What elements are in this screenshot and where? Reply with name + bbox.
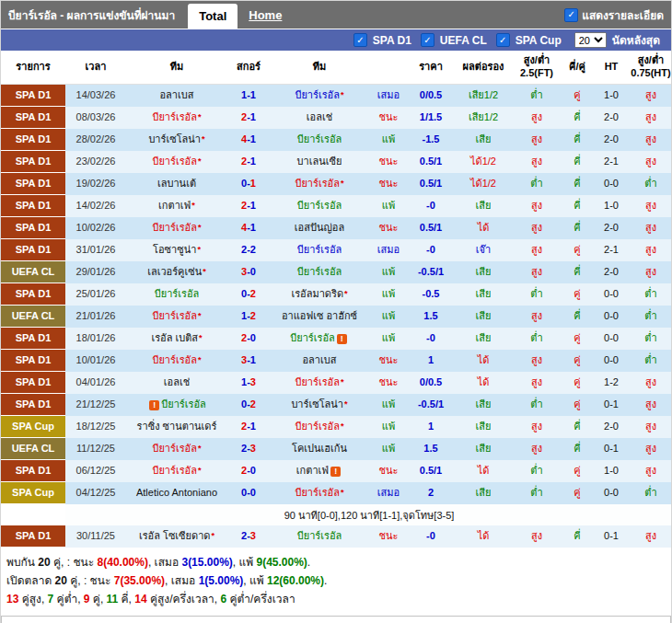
- ft-score: 1-2: [227, 306, 270, 328]
- match-result: แพ้: [369, 261, 408, 283]
- league-badge: SPA Cup: [1, 416, 65, 438]
- handicap-result: เสีย: [454, 394, 513, 416]
- table-row: UEFA CL29/01/26เลเวอร์คูเซ่น*3-0บียาร์เร…: [1, 261, 671, 283]
- stats-header-cell: Neutral Win: [336, 617, 392, 623]
- over-under-ht: ต่ำ: [629, 350, 672, 372]
- ft-score: 1-3: [227, 372, 270, 394]
- league-badge: SPA D1: [1, 129, 65, 151]
- league-badge: SPA D1: [1, 195, 65, 217]
- home-team: อลาเบส: [126, 85, 227, 107]
- ht-score: 1-2: [594, 372, 629, 394]
- over-under-ht: สูง: [629, 261, 672, 283]
- match-result: แพ้: [369, 328, 408, 350]
- handicap-price: -0.5: [408, 283, 454, 306]
- col-price: ราคา: [408, 51, 454, 84]
- table-note-row: 90 นาที[0-0],120 นาที[1-1],จุดโทษ[3-5]: [1, 504, 671, 525]
- ft-score: 2-1: [227, 416, 270, 438]
- ft-score: 3-0: [227, 261, 270, 283]
- ft-score: 2-1: [227, 195, 270, 217]
- home-team: เกตาเฟ่*: [126, 195, 227, 217]
- col-team1: ทีม: [126, 51, 227, 84]
- over-under-ht: สูง: [629, 372, 672, 394]
- table-row: SPA D110/02/26บียาร์เรอัล*4-1เอสปันญ่อลช…: [1, 217, 671, 239]
- league-badge: SPA D1: [1, 525, 65, 548]
- uefa-cl-checkbox[interactable]: ✓: [421, 33, 434, 47]
- away-team: บียาร์เรอัล*: [270, 372, 369, 394]
- over-under-ft: ต่ำ: [513, 173, 561, 195]
- ht-score: 0-1: [594, 525, 629, 548]
- show-details-checkbox[interactable]: ✓: [564, 8, 578, 22]
- handicap-price: 1.5: [408, 306, 454, 328]
- over-under-ht: สูง: [629, 217, 672, 239]
- tab-total[interactable]: Total: [188, 4, 238, 29]
- handicap-price: -1.5: [408, 129, 454, 151]
- match-count-select[interactable]: 20: [574, 32, 607, 48]
- favorite-star-icon: *: [341, 421, 344, 432]
- ht-score: 0-0: [594, 173, 629, 195]
- odd-even: คี่: [561, 416, 594, 438]
- ft-score: 0-2: [227, 283, 270, 306]
- spa-d1-checkbox[interactable]: ✓: [353, 33, 367, 47]
- handicap-result: เสีย: [454, 283, 513, 306]
- match-result: ชนะ: [369, 525, 408, 548]
- match-date: 19/02/26: [65, 173, 126, 195]
- card-icon: !: [330, 467, 341, 477]
- away-team: บียาร์เรอัล!: [270, 328, 369, 350]
- over-under-ft: ต่ำ: [513, 328, 561, 350]
- over-under-ht: สูง: [629, 239, 672, 261]
- match-date: 14/03/26: [65, 85, 126, 107]
- match-date: 21/01/26: [65, 306, 126, 328]
- spa-cup-filter-label: SPA Cup: [516, 34, 562, 47]
- table-row: SPA D125/01/26บียาร์เรอัล0-2เรอัลมาดริด*…: [1, 283, 671, 306]
- match-result: แพ้: [369, 416, 408, 438]
- table-row: SPA D110/01/26บียาร์เรอัล*3-1อลาเบสชนะ1ไ…: [1, 350, 671, 372]
- over-under-ft: สูง: [513, 438, 561, 460]
- match-date: 06/12/25: [65, 460, 126, 482]
- league-badge: SPA D1: [1, 173, 65, 195]
- show-details-label: แสดงรายละเอียด: [582, 6, 664, 24]
- ft-score: 4-1: [227, 217, 270, 239]
- card-icon: !: [149, 400, 159, 410]
- home-team: บียาร์เรอัล*: [126, 151, 227, 173]
- match-date: 21/12/25: [65, 394, 126, 416]
- match-result: ชนะ: [369, 151, 408, 173]
- handicap-result: ได้1/2: [454, 151, 513, 173]
- favorite-star-icon: *: [198, 444, 202, 454]
- summary-section: พบกัน 20 คู่, : ชนะ 8(40.00%), เสมอ 3(15…: [1, 548, 671, 612]
- odd-even: คี่: [561, 195, 594, 217]
- handicap-result: ได้: [454, 350, 513, 372]
- col-team2: ทีม: [270, 51, 369, 84]
- handicap-result: ได้1/2: [454, 173, 513, 195]
- ht-score: 2-0: [594, 261, 629, 283]
- handicap-result: เสีย: [454, 438, 513, 460]
- table-row: SPA D106/12/25บียาร์เรอัล*2-0เกตาเฟ่!ชนะ…: [1, 460, 671, 482]
- ft-score: 0-1: [227, 173, 270, 195]
- match-date: 30/11/25: [65, 525, 126, 548]
- table-header: รายการ เวลา ทีม สกอร์ ทีม ราคา ผลต่อรอง …: [1, 51, 671, 85]
- ft-score: 2-3: [227, 525, 270, 548]
- handicap-price: 0.5/1: [408, 151, 454, 173]
- table-row: SPA D104/01/26เอลเช่1-3บียาร์เรอัล*ชนะ0/…: [1, 372, 671, 394]
- handicap-price: -0.5/1: [408, 394, 454, 416]
- title-bar: บียาร์เรอัล - ผลการแข่งขันที่ผ่านมา Tota…: [1, 1, 671, 29]
- handicap-price: 1/1.5: [408, 107, 454, 129]
- away-team: บียาร์เรอัล: [270, 195, 369, 217]
- away-team: อาแอฟเซ อาฮักซ์: [270, 306, 369, 328]
- col-result: [369, 51, 408, 84]
- spa-cup-checkbox[interactable]: ✓: [496, 33, 510, 47]
- away-team: เรอัลมาดริด*: [270, 283, 369, 306]
- stats-header-cell: Home Win: [169, 617, 226, 623]
- league-badge: SPA D1: [1, 394, 65, 416]
- ft-score: 1-1: [227, 85, 270, 107]
- ht-score: 2-0: [594, 416, 629, 438]
- league-badge: SPA D1: [1, 151, 65, 173]
- table-row: UEFA CL21/01/26บียาร์เรอัล*1-2อาแอฟเซ อา…: [1, 306, 671, 328]
- handicap-price: 2: [408, 482, 454, 504]
- favorite-star-icon: *: [198, 311, 202, 321]
- handicap-result: เสีย: [454, 482, 513, 504]
- home-team: บียาร์เรอัล*: [126, 107, 227, 129]
- ht-score: 2-0: [594, 217, 629, 239]
- handicap-result: เสีย1/2: [454, 107, 513, 129]
- match-result: ชนะ: [369, 372, 408, 394]
- tab-home[interactable]: Home: [238, 1, 293, 29]
